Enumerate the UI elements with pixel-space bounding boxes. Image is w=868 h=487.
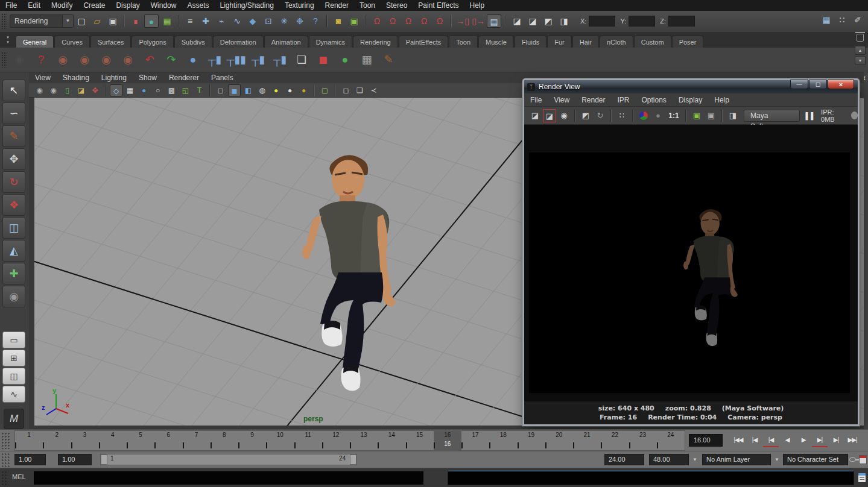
frame-cell-5[interactable]: 5 bbox=[127, 431, 154, 450]
open-render-view-icon[interactable]: ◪ bbox=[510, 14, 524, 28]
shelf-tab-curves[interactable]: Curves bbox=[54, 36, 90, 48]
shelf-grip-handle[interactable] bbox=[1, 52, 7, 68]
frame-cell-19[interactable]: 19 bbox=[518, 431, 545, 450]
camera-dolly-icon[interactable]: ◉ bbox=[96, 50, 116, 70]
field-chart-icon[interactable]: ▩ bbox=[165, 84, 178, 96]
z-coord-field[interactable] bbox=[668, 16, 695, 27]
inputs-to-selected-icon[interactable]: →▯ bbox=[455, 14, 470, 28]
y-coord-field[interactable] bbox=[629, 16, 655, 27]
wireframe-on-shaded-icon[interactable]: ◧ bbox=[242, 84, 255, 96]
select-tool[interactable]: ↖ bbox=[2, 80, 25, 101]
smooth-shade-icon[interactable]: ◼ bbox=[228, 84, 241, 96]
shelf-tab-fur[interactable]: Fur bbox=[547, 36, 572, 48]
frame-cell-16[interactable]: 1616 bbox=[434, 431, 461, 450]
set-key-icon[interactable] bbox=[849, 457, 856, 462]
refresh-ipr-icon[interactable]: ↻ bbox=[594, 109, 607, 122]
move-tool[interactable]: ✥ bbox=[2, 148, 25, 170]
select-hierarchy-mask-icon[interactable]: ∎ bbox=[128, 14, 143, 28]
last-tool-used[interactable]: ◉ bbox=[2, 286, 25, 307]
group-objects-icon[interactable]: ● bbox=[335, 50, 355, 70]
render-current-frame-icon[interactable]: ◪ bbox=[525, 14, 540, 28]
delete-unused-icon[interactable]: ● bbox=[183, 50, 203, 70]
paint-effects-brush-icon[interactable]: ✎ bbox=[378, 50, 399, 70]
all-lights-icon[interactable]: ● bbox=[297, 84, 310, 96]
film-gate-icon[interactable]: ▦ bbox=[124, 84, 136, 96]
quick-select-set-icon[interactable]: ┬▮ bbox=[248, 50, 268, 70]
snap-to-curve-icon[interactable]: ∿ bbox=[230, 14, 244, 28]
grid-toggle-icon[interactable]: ◇ bbox=[110, 84, 122, 96]
shelf-tab-animation[interactable]: Animation bbox=[264, 36, 308, 48]
character-model[interactable] bbox=[295, 145, 428, 398]
play-backwards-button[interactable]: ◀ bbox=[779, 433, 795, 447]
sculpt-layers-icon[interactable]: ✐ bbox=[851, 13, 865, 27]
shelf-tab-subdivs[interactable]: Subdivs bbox=[174, 36, 212, 48]
play-forwards-button[interactable]: ▶ bbox=[796, 433, 811, 447]
frame-cell-2[interactable]: 2 bbox=[43, 431, 71, 450]
lasso-select-tool[interactable]: ∽ bbox=[2, 102, 25, 124]
chevron-down-icon[interactable]: ▼ bbox=[775, 457, 779, 462]
isolate-select-icon[interactable]: ▢ bbox=[318, 84, 331, 96]
select-component-mask-icon[interactable]: ▦ bbox=[160, 14, 174, 28]
menu-set-selector[interactable]: Rendering ▼ bbox=[10, 14, 74, 28]
attribute-spreadsheet-icon[interactable]: ▦ bbox=[819, 13, 834, 27]
playback-start-field[interactable]: 1.00 bbox=[58, 454, 92, 465]
safe-title-icon[interactable]: T bbox=[193, 84, 206, 96]
single-pane-layout-button[interactable]: ▭ bbox=[2, 331, 25, 348]
frame-cell-9[interactable]: 9 bbox=[238, 431, 266, 450]
range-slider[interactable]: 1 24 bbox=[100, 454, 357, 465]
frame-cell-20[interactable]: 20 bbox=[545, 431, 573, 450]
shelf-tab-general[interactable]: General bbox=[16, 36, 54, 48]
frame-cell-14[interactable]: 14 bbox=[378, 431, 405, 450]
timeline-grip-handle[interactable] bbox=[1, 432, 11, 449]
maximize-button[interactable]: ▢ bbox=[809, 80, 827, 89]
frame-cell-23[interactable]: 23 bbox=[629, 431, 657, 450]
render-view-menu-ipr[interactable]: IPR bbox=[612, 93, 636, 106]
frame-cell-15[interactable]: 15 bbox=[406, 431, 434, 450]
highlight-selection-icon[interactable]: ▣ bbox=[347, 14, 361, 28]
menu-help[interactable]: Help bbox=[464, 0, 490, 11]
select-object-mask-icon[interactable]: ● bbox=[144, 14, 159, 28]
step-forward-frame-button[interactable]: ▶| bbox=[828, 433, 844, 447]
render-view-menu-help[interactable]: Help bbox=[708, 93, 735, 106]
menu-lighting-shading[interactable]: Lighting/Shading bbox=[214, 0, 279, 11]
render-current-frame-icon[interactable]: ◪ bbox=[543, 109, 556, 122]
viewport-menu-view[interactable]: View bbox=[29, 72, 57, 83]
flat-lighting-icon[interactable]: ● bbox=[284, 84, 296, 96]
shelf-tab-toon[interactable]: Toon bbox=[449, 36, 478, 48]
go-to-end-button[interactable]: ▶▶| bbox=[844, 433, 860, 447]
pan-zoom-icon[interactable]: ✥ bbox=[89, 84, 101, 96]
textured-display-icon[interactable]: ◍ bbox=[256, 84, 268, 96]
soft-select-icon[interactable]: ❉ bbox=[293, 14, 307, 28]
create-node-icon[interactable]: ┬▮ bbox=[270, 50, 290, 70]
shelf-tab-polygons[interactable]: Polygons bbox=[131, 36, 173, 48]
frame-cell-18[interactable]: 18 bbox=[489, 431, 517, 450]
snap-magnet-icon[interactable]: Ω bbox=[432, 14, 447, 28]
viewport-menu-shading[interactable]: Shading bbox=[57, 72, 95, 83]
anim-layer-field[interactable]: No Anim Layer bbox=[702, 454, 771, 465]
menu-assets[interactable]: Assets bbox=[182, 0, 214, 11]
script-editor-icon[interactable] bbox=[858, 473, 866, 483]
frame-cell-6[interactable]: 6 bbox=[154, 431, 182, 450]
shelf-tab-muscle[interactable]: Muscle bbox=[478, 36, 514, 48]
maya-logo-button[interactable]: M bbox=[4, 409, 24, 429]
camera-orbit-icon[interactable]: ◉ bbox=[52, 50, 73, 70]
frame-cell-13[interactable]: 13 bbox=[350, 431, 378, 450]
viewport-menu-show[interactable]: Show bbox=[133, 72, 163, 83]
frame-cell-11[interactable]: 11 bbox=[294, 431, 322, 450]
construction-history-icon[interactable]: ▤ bbox=[487, 14, 501, 28]
close-button[interactable]: × bbox=[828, 80, 854, 89]
tool-settings-toggle-icon[interactable]: ∷ bbox=[835, 13, 849, 27]
default-lighting-icon[interactable]: ● bbox=[270, 84, 282, 96]
outputs-from-selected-icon[interactable]: ▯→ bbox=[471, 14, 486, 28]
wireframe-display-icon[interactable]: ◻ bbox=[214, 84, 227, 96]
menu-paint-effects[interactable]: Paint Effects bbox=[413, 0, 464, 11]
bookmarks-icon[interactable]: ▯ bbox=[61, 84, 74, 96]
range-start-handle[interactable] bbox=[101, 454, 107, 465]
snap-to-point-icon[interactable]: ⌁ bbox=[214, 14, 229, 28]
snap-magnet-point-icon[interactable]: Ω bbox=[401, 14, 416, 28]
keep-image-icon[interactable]: ▣ bbox=[690, 109, 703, 122]
auto-keyframe-icon[interactable] bbox=[859, 455, 867, 464]
camera-track-icon[interactable]: ◉ bbox=[74, 50, 95, 70]
command-language-label[interactable]: MEL bbox=[12, 473, 26, 480]
frame-cell-12[interactable]: 12 bbox=[322, 431, 350, 450]
